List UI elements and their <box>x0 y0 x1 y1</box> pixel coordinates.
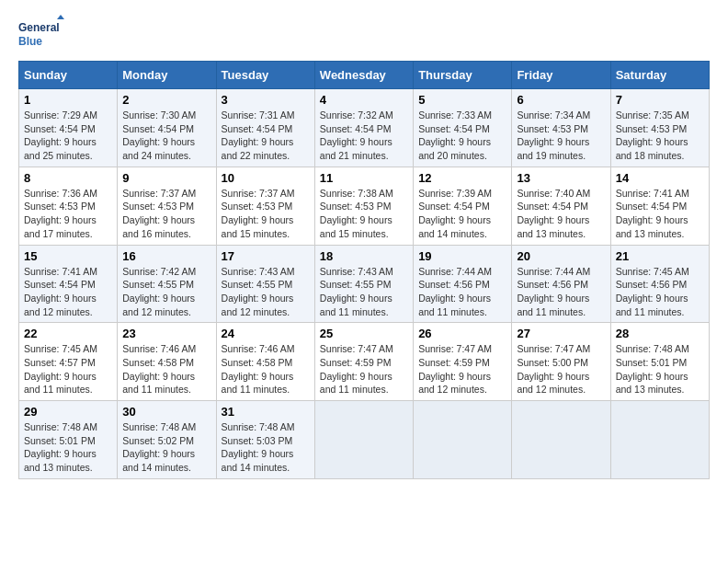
svg-text:General: General <box>18 21 60 34</box>
calendar-cell: 8 Sunrise: 7:36 AM Sunset: 4:53 PM Dayli… <box>19 167 118 245</box>
day-number: 21 <box>616 249 704 263</box>
sunset-label: Sunset: 4:58 PM <box>122 357 194 368</box>
calendar-week-row: 1 Sunrise: 7:29 AM Sunset: 4:54 PM Dayli… <box>19 89 710 167</box>
day-header-wednesday: Wednesday <box>314 62 413 89</box>
day-number: 23 <box>122 327 210 340</box>
day-info: Sunrise: 7:44 AM Sunset: 4:56 PM Dayligh… <box>517 265 605 319</box>
calendar-cell: 14 Sunrise: 7:41 AM Sunset: 4:54 PM Dayl… <box>610 167 709 245</box>
day-info: Sunrise: 7:47 AM Sunset: 4:59 PM Dayligh… <box>320 342 408 396</box>
sunrise-label: Sunrise: 7:32 AM <box>320 109 393 121</box>
calendar-cell: 22 Sunrise: 7:45 AM Sunset: 4:57 PM Dayl… <box>19 323 118 401</box>
sunrise-label: Sunrise: 7:37 AM <box>122 188 196 199</box>
calendar-cell: 7 Sunrise: 7:35 AM Sunset: 4:53 PM Dayli… <box>610 89 709 167</box>
sunrise-label: Sunrise: 7:33 AM <box>418 109 492 121</box>
calendar-week-row: 15 Sunrise: 7:41 AM Sunset: 4:54 PM Dayl… <box>19 245 710 323</box>
calendar-cell: 27 Sunrise: 7:47 AM Sunset: 5:00 PM Dayl… <box>512 323 610 401</box>
calendar-cell: 2 Sunrise: 7:30 AM Sunset: 4:54 PM Dayli… <box>118 89 216 167</box>
day-header-friday: Friday <box>512 62 610 89</box>
day-info: Sunrise: 7:30 AM Sunset: 4:54 PM Dayligh… <box>122 109 210 163</box>
calendar-cell: 17 Sunrise: 7:43 AM Sunset: 4:55 PM Dayl… <box>216 245 314 323</box>
daylight-label: Daylight: 9 hours and 13 minutes. <box>616 371 688 396</box>
calendar-week-row: 29 Sunrise: 7:48 AM Sunset: 5:01 PM Dayl… <box>19 401 710 479</box>
sunset-label: Sunset: 4:54 PM <box>222 123 293 134</box>
calendar-cell: 20 Sunrise: 7:44 AM Sunset: 4:56 PM Dayl… <box>512 245 610 323</box>
day-info: Sunrise: 7:41 AM Sunset: 4:54 PM Dayligh… <box>24 265 112 319</box>
calendar-cell: 11 Sunrise: 7:38 AM Sunset: 4:53 PM Dayl… <box>314 167 413 245</box>
sunrise-label: Sunrise: 7:41 AM <box>24 266 97 277</box>
day-info: Sunrise: 7:35 AM Sunset: 4:53 PM Dayligh… <box>616 109 704 163</box>
sunrise-label: Sunrise: 7:48 AM <box>222 421 295 432</box>
day-number: 16 <box>122 249 210 263</box>
sunrise-label: Sunrise: 7:43 AM <box>222 266 295 277</box>
calendar-cell: 28 Sunrise: 7:48 AM Sunset: 5:01 PM Dayl… <box>610 323 709 401</box>
daylight-label: Daylight: 9 hours and 12 minutes. <box>122 293 195 317</box>
sunset-label: Sunset: 4:54 PM <box>517 201 588 212</box>
sunset-label: Sunset: 4:54 PM <box>418 201 490 212</box>
daylight-label: Daylight: 9 hours and 11 minutes. <box>222 371 294 396</box>
calendar-cell: 16 Sunrise: 7:42 AM Sunset: 4:55 PM Dayl… <box>118 245 216 323</box>
day-info: Sunrise: 7:37 AM Sunset: 4:53 PM Dayligh… <box>122 187 210 241</box>
day-number: 19 <box>418 249 506 263</box>
day-number: 24 <box>222 327 310 340</box>
calendar-table: SundayMondayTuesdayWednesdayThursdayFrid… <box>18 61 710 479</box>
calendar-cell: 26 Sunrise: 7:47 AM Sunset: 4:59 PM Dayl… <box>414 323 512 401</box>
daylight-label: Daylight: 9 hours and 15 minutes. <box>222 214 294 239</box>
day-number: 30 <box>122 405 210 419</box>
calendar-cell: 24 Sunrise: 7:46 AM Sunset: 4:58 PM Dayl… <box>216 323 314 401</box>
day-info: Sunrise: 7:42 AM Sunset: 4:55 PM Dayligh… <box>122 265 210 319</box>
day-info: Sunrise: 7:37 AM Sunset: 4:53 PM Dayligh… <box>222 187 310 241</box>
day-info: Sunrise: 7:43 AM Sunset: 4:55 PM Dayligh… <box>320 265 408 319</box>
sunset-label: Sunset: 5:01 PM <box>24 435 96 446</box>
day-info: Sunrise: 7:38 AM Sunset: 4:53 PM Dayligh… <box>320 187 408 241</box>
calendar-week-row: 8 Sunrise: 7:36 AM Sunset: 4:53 PM Dayli… <box>19 167 710 245</box>
day-info: Sunrise: 7:47 AM Sunset: 4:59 PM Dayligh… <box>418 342 506 396</box>
daylight-label: Daylight: 9 hours and 17 minutes. <box>24 214 97 239</box>
day-info: Sunrise: 7:45 AM Sunset: 4:57 PM Dayligh… <box>24 342 112 396</box>
day-info: Sunrise: 7:47 AM Sunset: 5:00 PM Dayligh… <box>517 342 605 396</box>
sunset-label: Sunset: 5:00 PM <box>517 357 588 368</box>
svg-marker-2 <box>57 15 64 19</box>
calendar-cell: 18 Sunrise: 7:43 AM Sunset: 4:55 PM Dayl… <box>314 245 413 323</box>
sunset-label: Sunset: 5:02 PM <box>122 435 194 446</box>
day-number: 29 <box>24 405 112 419</box>
sunrise-label: Sunrise: 7:31 AM <box>222 109 295 121</box>
sunrise-label: Sunrise: 7:41 AM <box>616 188 689 199</box>
daylight-label: Daylight: 9 hours and 11 minutes. <box>418 293 491 317</box>
day-header-saturday: Saturday <box>610 62 709 89</box>
day-info: Sunrise: 7:40 AM Sunset: 4:54 PM Dayligh… <box>517 187 605 241</box>
sunrise-label: Sunrise: 7:42 AM <box>122 266 196 277</box>
day-number: 6 <box>517 93 605 107</box>
calendar-cell: 10 Sunrise: 7:37 AM Sunset: 4:53 PM Dayl… <box>216 167 314 245</box>
sunrise-label: Sunrise: 7:36 AM <box>24 188 97 199</box>
day-info: Sunrise: 7:34 AM Sunset: 4:53 PM Dayligh… <box>517 109 605 163</box>
sunset-label: Sunset: 4:53 PM <box>222 201 293 212</box>
calendar-cell: 1 Sunrise: 7:29 AM Sunset: 4:54 PM Dayli… <box>19 89 118 167</box>
calendar-cell <box>512 401 610 479</box>
day-number: 18 <box>320 249 408 263</box>
calendar-cell: 21 Sunrise: 7:45 AM Sunset: 4:56 PM Dayl… <box>610 245 709 323</box>
day-number: 7 <box>616 93 704 107</box>
sunset-label: Sunset: 4:53 PM <box>517 123 588 134</box>
sunset-label: Sunset: 5:03 PM <box>222 435 293 446</box>
day-number: 14 <box>616 171 704 185</box>
day-info: Sunrise: 7:48 AM Sunset: 5:01 PM Dayligh… <box>616 342 704 396</box>
sunrise-label: Sunrise: 7:47 AM <box>418 343 492 354</box>
day-info: Sunrise: 7:29 AM Sunset: 4:54 PM Dayligh… <box>24 109 112 163</box>
sunrise-label: Sunrise: 7:37 AM <box>222 188 295 199</box>
sunset-label: Sunset: 4:59 PM <box>418 357 490 368</box>
day-number: 2 <box>122 93 210 107</box>
day-info: Sunrise: 7:44 AM Sunset: 4:56 PM Dayligh… <box>418 265 506 319</box>
day-number: 13 <box>517 171 605 185</box>
calendar-cell: 15 Sunrise: 7:41 AM Sunset: 4:54 PM Dayl… <box>19 245 118 323</box>
sunrise-label: Sunrise: 7:45 AM <box>616 266 689 277</box>
day-info: Sunrise: 7:33 AM Sunset: 4:54 PM Dayligh… <box>418 109 506 163</box>
day-number: 22 <box>24 327 112 340</box>
sunrise-label: Sunrise: 7:48 AM <box>616 343 689 354</box>
daylight-label: Daylight: 9 hours and 13 minutes. <box>24 448 97 473</box>
sunset-label: Sunset: 4:58 PM <box>222 357 293 368</box>
day-number: 4 <box>320 93 408 107</box>
calendar-cell: 23 Sunrise: 7:46 AM Sunset: 4:58 PM Dayl… <box>118 323 216 401</box>
sunrise-label: Sunrise: 7:46 AM <box>222 343 295 354</box>
sunset-label: Sunset: 4:55 PM <box>320 279 392 290</box>
daylight-label: Daylight: 9 hours and 21 minutes. <box>320 136 392 161</box>
